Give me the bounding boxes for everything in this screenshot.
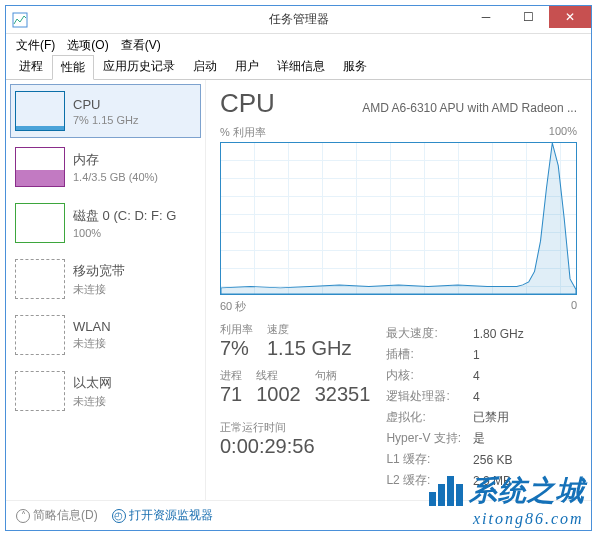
memory-icon: [15, 147, 65, 187]
stat-uptime-label: 正常运行时间: [220, 420, 370, 435]
sidebar-item-label: 移动宽带: [73, 262, 125, 280]
virt-k: 虚拟化:: [386, 408, 471, 427]
menu-file[interactable]: 文件(F): [12, 35, 59, 56]
open-resmon-button[interactable]: ◴打开资源监视器: [112, 507, 213, 524]
cores-v: 4: [473, 366, 534, 385]
tab-details[interactable]: 详细信息: [268, 54, 334, 79]
svg-rect-0: [13, 13, 27, 27]
logical-k: 逻辑处理器:: [386, 387, 471, 406]
logical-v: 4: [473, 387, 534, 406]
chevron-up-icon: ˄: [16, 509, 30, 523]
tab-startup[interactable]: 启动: [184, 54, 226, 79]
watermark: 系统之城 xitong86.com: [429, 472, 585, 528]
titlebar: 任务管理器 ─ ☐ ✕: [6, 6, 591, 34]
stat-handles-label: 句柄: [315, 368, 371, 383]
sidebar-item-ethernet[interactable]: 以太网未连接: [10, 364, 201, 418]
sidebar-item-sub: 未连接: [73, 282, 125, 297]
l1-v: 256 KB: [473, 450, 534, 469]
stat-handles: 32351: [315, 383, 371, 406]
sidebar-item-label: 以太网: [73, 374, 112, 392]
cpu-icon: [15, 91, 65, 131]
close-button[interactable]: ✕: [549, 6, 591, 28]
l1-k: L1 缓存:: [386, 450, 471, 469]
fewer-details-button[interactable]: ˄简略信息(D): [16, 507, 98, 524]
sidebar-item-sub: 7% 1.15 GHz: [73, 114, 138, 126]
watermark-text: 系统之城: [469, 472, 585, 510]
maxspeed-k: 最大速度:: [386, 324, 471, 343]
app-icon: [12, 12, 28, 28]
sidebar-item-sub: 100%: [73, 227, 176, 239]
watermark-url: xitong86.com: [473, 510, 585, 528]
cores-k: 内核:: [386, 366, 471, 385]
sidebar-item-label: CPU: [73, 97, 138, 112]
minimize-button[interactable]: ─: [465, 6, 507, 28]
sockets-v: 1: [473, 345, 534, 364]
sidebar-item-memory[interactable]: 内存1.4/3.5 GB (40%): [10, 140, 201, 194]
tab-processes[interactable]: 进程: [10, 54, 52, 79]
sidebar-item-label: WLAN: [73, 319, 111, 334]
sidebar-item-sub: 1.4/3.5 GB (40%): [73, 171, 158, 183]
disk-icon: [15, 203, 65, 243]
tabstrip: 进程 性能 应用历史记录 启动 用户 详细信息 服务: [6, 56, 591, 80]
tab-performance[interactable]: 性能: [52, 55, 94, 80]
sidebar-item-sub: 未连接: [73, 336, 111, 351]
stats: 利用率7% 速度1.15 GHz 进程71 线程1002 句柄32351 正常运…: [220, 322, 577, 492]
stat-uptime: 0:00:29:56: [220, 435, 370, 458]
sidebar-item-disk[interactable]: 磁盘 0 (C: D: F: G100%: [10, 196, 201, 250]
tab-apphistory[interactable]: 应用历史记录: [94, 54, 184, 79]
sockets-k: 插槽:: [386, 345, 471, 364]
content: CPU7% 1.15 GHz 内存1.4/3.5 GB (40%) 磁盘 0 (…: [6, 80, 591, 500]
detail-subtitle: AMD A6-6310 APU with AMD Radeon ...: [362, 101, 577, 115]
mobile-broadband-icon: [15, 259, 65, 299]
sidebar-item-cpu[interactable]: CPU7% 1.15 GHz: [10, 84, 201, 138]
stat-threads: 1002: [256, 383, 301, 406]
chart-label-left: % 利用率: [220, 125, 266, 140]
resmon-icon: ◴: [112, 509, 126, 523]
menubar: 文件(F) 选项(O) 查看(V): [6, 34, 591, 56]
maxspeed-v: 1.80 GHz: [473, 324, 534, 343]
stats-right: 最大速度:1.80 GHz 插槽:1 内核:4 逻辑处理器:4 虚拟化:已禁用 …: [384, 322, 535, 492]
stat-util-label: 利用率: [220, 322, 253, 337]
stat-util: 7%: [220, 337, 253, 360]
maximize-button[interactable]: ☐: [507, 6, 549, 28]
sidebar-item-wlan[interactable]: WLAN未连接: [10, 308, 201, 362]
stat-speed-label: 速度: [267, 322, 351, 337]
tab-services[interactable]: 服务: [334, 54, 376, 79]
window-buttons: ─ ☐ ✕: [465, 6, 591, 28]
sidebar-item-label: 内存: [73, 151, 158, 169]
sidebar: CPU7% 1.15 GHz 内存1.4/3.5 GB (40%) 磁盘 0 (…: [6, 80, 206, 500]
watermark-icon: [429, 476, 463, 506]
sidebar-item-mobile[interactable]: 移动宽带未连接: [10, 252, 201, 306]
menu-view[interactable]: 查看(V): [117, 35, 165, 56]
tab-users[interactable]: 用户: [226, 54, 268, 79]
sidebar-item-sub: 未连接: [73, 394, 112, 409]
virt-v: 已禁用: [473, 408, 534, 427]
chart-label-right: 100%: [549, 125, 577, 140]
window-title: 任务管理器: [269, 11, 329, 28]
hyperv-v: 是: [473, 429, 534, 448]
task-manager-window: 任务管理器 ─ ☐ ✕ 文件(F) 选项(O) 查看(V) 进程 性能 应用历史…: [5, 5, 592, 531]
sidebar-item-label: 磁盘 0 (C: D: F: G: [73, 207, 176, 225]
detail-title: CPU: [220, 88, 275, 119]
hyperv-k: Hyper-V 支持:: [386, 429, 471, 448]
stat-threads-label: 线程: [256, 368, 301, 383]
ethernet-icon: [15, 371, 65, 411]
stat-proc-label: 进程: [220, 368, 242, 383]
cpu-chart-line: [221, 143, 576, 294]
stat-proc: 71: [220, 383, 242, 406]
menu-options[interactable]: 选项(O): [63, 35, 112, 56]
chart-bottom-right: 0: [571, 299, 577, 314]
chart-bottom-left: 60 秒: [220, 299, 246, 314]
wlan-icon: [15, 315, 65, 355]
stat-speed: 1.15 GHz: [267, 337, 351, 360]
detail-pane: CPU AMD A6-6310 APU with AMD Radeon ... …: [206, 80, 591, 500]
cpu-chart: [220, 142, 577, 295]
